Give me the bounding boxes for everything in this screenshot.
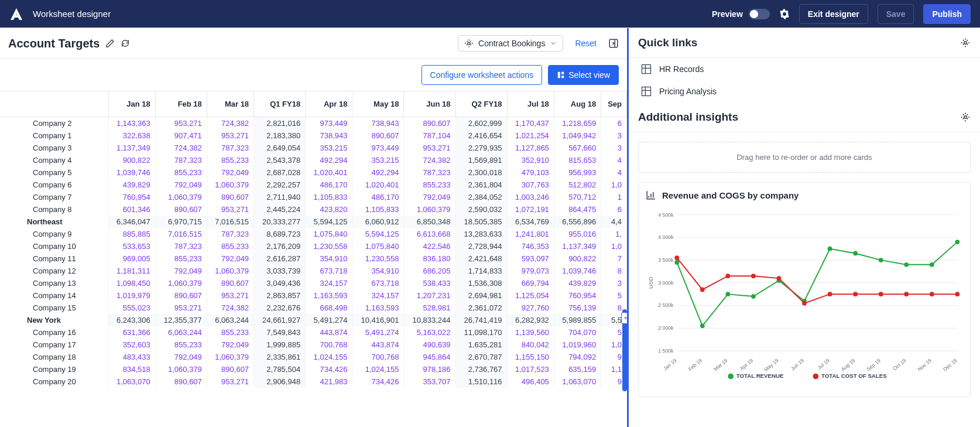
quick-link-pricing-analysis[interactable]: Pricing Analysis xyxy=(629,80,980,103)
cell[interactable]: 2,736,767 xyxy=(455,363,507,375)
cell[interactable]: 5,491,274 xyxy=(352,326,404,339)
cell[interactable]: 1,0 xyxy=(601,240,627,252)
cell[interactable]: 787,104 xyxy=(404,129,455,142)
cell[interactable]: 890,607 xyxy=(207,277,253,289)
cell[interactable]: 1,075,840 xyxy=(352,240,404,252)
table-row[interactable]: Company 16631,3666,063,244855,2337,549,8… xyxy=(0,326,627,339)
cell[interactable]: 443,874 xyxy=(306,326,352,339)
cell[interactable]: 6 xyxy=(601,203,627,216)
cell[interactable]: 1,170,437 xyxy=(507,117,554,130)
cell[interactable]: 1,0 xyxy=(601,179,627,191)
cell[interactable]: 738,943 xyxy=(306,129,352,142)
cell[interactable]: 953,271 xyxy=(155,302,207,314)
cell[interactable]: 8 xyxy=(601,265,627,277)
cell[interactable]: 792,049 xyxy=(207,252,253,265)
cell[interactable]: 1,098,450 xyxy=(108,277,155,289)
quick-link-hr-records[interactable]: HR Records xyxy=(629,58,980,80)
cell[interactable]: 5,491,274 xyxy=(306,314,352,326)
cell[interactable]: 792,049 xyxy=(207,166,253,179)
column-header[interactable]: Sep xyxy=(601,91,627,117)
cell[interactable]: 486,170 xyxy=(352,191,404,203)
cell[interactable]: 635,159 xyxy=(554,363,601,375)
cell[interactable]: 1,999,885 xyxy=(254,339,306,351)
cell[interactable]: 792,049 xyxy=(155,351,207,363)
context-dropdown[interactable]: Contract Bookings xyxy=(458,35,563,52)
cell[interactable]: 1,143,363 xyxy=(108,117,155,130)
cell[interactable]: 5,163,022 xyxy=(404,326,455,339)
cell[interactable]: 1,060,379 xyxy=(207,351,253,363)
cell[interactable]: 890,607 xyxy=(155,375,207,388)
table-row[interactable]: Company 121,181,311792,0491,060,3793,033… xyxy=(0,265,627,277)
cell[interactable]: 1,049,942 xyxy=(554,129,601,142)
cell[interactable]: 443,874 xyxy=(352,339,404,351)
cell[interactable]: 724,382 xyxy=(207,117,253,130)
cell[interactable]: 11,098,170 xyxy=(455,326,507,339)
cell[interactable]: 787,323 xyxy=(155,154,207,166)
cell[interactable]: 953,271 xyxy=(207,289,253,302)
cell[interactable]: 2,602,999 xyxy=(455,117,507,130)
cell[interactable]: 1,060,379 xyxy=(207,179,253,191)
cell[interactable]: 787,323 xyxy=(404,166,455,179)
cell[interactable]: 815,653 xyxy=(554,154,601,166)
cell[interactable]: 855,233 xyxy=(207,326,253,339)
cell[interactable]: 890,607 xyxy=(352,129,404,142)
table-row[interactable]: Company 10533,653787,323855,2332,176,209… xyxy=(0,240,627,252)
table-row[interactable]: Company 19834,5181,060,379890,6072,785,5… xyxy=(0,363,627,375)
cell[interactable]: 1,075,840 xyxy=(306,228,352,240)
cell[interactable]: 601,346 xyxy=(108,203,155,216)
cell[interactable]: 1,019,979 xyxy=(108,289,155,302)
table-row[interactable]: Company 7760,9541,060,379890,6072,711,94… xyxy=(0,191,627,203)
cell[interactable]: 1,163,593 xyxy=(352,302,404,314)
cell[interactable]: 353,215 xyxy=(306,142,352,154)
cell[interactable]: 1,060,379 xyxy=(404,203,455,216)
cell[interactable]: 668,498 xyxy=(306,302,352,314)
cell[interactable]: 724,382 xyxy=(404,154,455,166)
cell[interactable]: 4 xyxy=(601,154,627,166)
table-row[interactable]: Company 9885,8857,016,515787,3238,689,72… xyxy=(0,228,627,240)
cell[interactable]: 2,445,224 xyxy=(254,203,306,216)
table-row[interactable]: Company 201,063,070890,607953,2712,906,9… xyxy=(0,375,627,388)
cell[interactable]: 840,042 xyxy=(507,339,554,351)
cell[interactable]: 794,092 xyxy=(554,351,601,363)
cell[interactable]: 979,073 xyxy=(507,265,554,277)
cell[interactable]: 973,449 xyxy=(352,142,404,154)
cell[interactable]: 945,864 xyxy=(404,351,455,363)
cell[interactable]: 479,103 xyxy=(507,166,554,179)
cell[interactable]: 1,072,191 xyxy=(507,203,554,216)
cell[interactable]: 2,176,209 xyxy=(254,240,306,252)
cell[interactable]: 2,711,940 xyxy=(254,191,306,203)
cell[interactable]: 927,760 xyxy=(507,302,554,314)
cell[interactable]: 555,023 xyxy=(108,302,155,314)
cell[interactable]: 2,361,804 xyxy=(455,179,507,191)
cell[interactable]: 567,660 xyxy=(554,142,601,154)
cell[interactable]: 6,534,769 xyxy=(507,216,554,228)
cell[interactable]: 704,070 xyxy=(554,326,601,339)
cell[interactable]: 352,910 xyxy=(507,154,554,166)
cell[interactable]: 324,157 xyxy=(352,289,404,302)
cell[interactable]: 7,016,515 xyxy=(155,228,207,240)
cell[interactable]: 792,049 xyxy=(155,265,207,277)
cell[interactable]: 1,241,801 xyxy=(507,228,554,240)
cell[interactable]: 792,049 xyxy=(207,339,253,351)
cell[interactable]: 2,649,054 xyxy=(254,142,306,154)
cell[interactable]: 746,353 xyxy=(507,240,554,252)
table-row[interactable]: Company 31,137,349724,382787,3232,649,05… xyxy=(0,142,627,154)
cell[interactable]: 1,635,281 xyxy=(455,339,507,351)
table-row[interactable]: Company 51,039,746855,233792,0492,687,02… xyxy=(0,166,627,179)
cell[interactable]: 3 xyxy=(601,129,627,142)
cell[interactable]: 1,019,960 xyxy=(554,339,601,351)
column-header[interactable]: Feb 18 xyxy=(155,91,207,117)
table-row[interactable]: Company 18483,433792,0491,060,3792,335,8… xyxy=(0,351,627,363)
cell[interactable]: 1,163,593 xyxy=(306,289,352,302)
cell[interactable]: 760,954 xyxy=(108,191,155,203)
cell[interactable]: 18,505,385 xyxy=(455,216,507,228)
cell[interactable]: 5,989,855 xyxy=(554,314,601,326)
cell[interactable]: 422,546 xyxy=(404,240,455,252)
cell[interactable]: 1,060,379 xyxy=(207,265,253,277)
cell[interactable]: 2,300,018 xyxy=(455,166,507,179)
cell[interactable]: 738,943 xyxy=(352,117,404,130)
cell[interactable]: 1,510,116 xyxy=(455,375,507,388)
cell[interactable]: 1,714,833 xyxy=(455,265,507,277)
cell[interactable]: 890,607 xyxy=(155,203,207,216)
cell[interactable]: 885,885 xyxy=(108,228,155,240)
